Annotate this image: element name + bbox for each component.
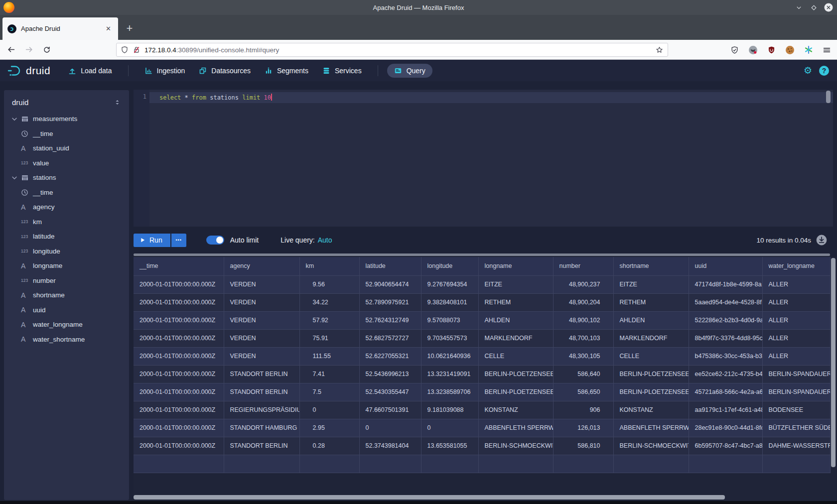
text-cursor (271, 94, 272, 101)
download-icon[interactable] (816, 235, 827, 246)
table-cell: 9.7034557573 (421, 329, 478, 347)
new-tab-button[interactable]: + (122, 21, 137, 36)
table-cell: VERDEN (224, 311, 299, 329)
sidebar-column-stations-water_longname[interactable]: Awater_longname (4, 317, 129, 332)
menu-hamburger-icon[interactable] (823, 46, 831, 54)
back-button[interactable] (4, 43, 18, 57)
table-cell: 0 (421, 419, 478, 437)
sidebar-column-measurements-__time[interactable]: __time (4, 126, 129, 141)
insecure-lock-icon[interactable] (133, 46, 140, 54)
run-more-button[interactable]: ••• (171, 234, 186, 247)
schema-selector[interactable]: druid (4, 96, 129, 112)
window-maximize-button[interactable] (809, 3, 818, 12)
column-header-number[interactable]: number (553, 257, 613, 275)
sidebar-column-measurements-value[interactable]: 123value (4, 156, 129, 171)
column-header-latitude[interactable]: latitude (359, 257, 421, 275)
extension-mask-icon[interactable] (748, 45, 758, 55)
reload-button[interactable] (40, 43, 54, 57)
table-cell: MARKLENDORF (478, 329, 553, 347)
extension-shield-icon[interactable] (730, 46, 739, 54)
tab-close-icon[interactable]: ✕ (104, 24, 113, 33)
druid-nav: Load dataIngestionDatasourcesSegmentsSer… (61, 60, 432, 81)
run-button[interactable]: Run (134, 234, 170, 247)
table-cell: 522286e2-b2b3-4d0d-9a (689, 311, 762, 329)
forward-button[interactable] (22, 43, 36, 57)
sidebar-column-stations-longname[interactable]: Alongname (4, 258, 129, 273)
nav-item-segments[interactable]: Segments (258, 64, 315, 78)
sidebar-column-stations-number[interactable]: 123number (4, 273, 129, 288)
column-header-km[interactable]: km (299, 257, 359, 275)
nav-item-query[interactable]: Query (387, 64, 432, 78)
extension-asterisk-icon[interactable] (804, 45, 813, 54)
column-header-longitude[interactable]: longitude (421, 257, 478, 275)
nav-item-datasources[interactable]: Datasources (192, 64, 258, 78)
window-close-button[interactable] (824, 3, 833, 12)
chevron-down-icon[interactable] (11, 116, 21, 123)
nav-item-services[interactable]: Services (315, 64, 369, 78)
sidebar-table-measurements[interactable]: measurements (4, 112, 129, 126)
table-cell: EITZE (478, 275, 553, 293)
column-name-label: longitude (33, 248, 60, 255)
query-icon (394, 67, 402, 75)
nav-item-load-data[interactable]: Load data (61, 64, 119, 78)
vertical-scrollbar[interactable] (830, 257, 836, 493)
table-row: 2000-01-01T00:00:00.000ZSTANDORT HAMBURG… (134, 419, 830, 437)
sidebar-column-stations-water_shortname[interactable]: Awater_shortname (4, 332, 129, 347)
sidebar-column-stations-shortname[interactable]: Ashortname (4, 288, 129, 303)
window-titlebar[interactable]: Apache Druid — Mozilla Firefox (0, 0, 837, 15)
settings-gear-icon[interactable]: ⚙ (804, 65, 812, 76)
extension-ublock-icon[interactable] (767, 46, 776, 54)
live-query-value[interactable]: Auto (318, 236, 332, 244)
horizontal-scrollbar[interactable] (134, 495, 830, 500)
table-cell: b475386c-30cc-453a-b3 (689, 347, 762, 365)
table-cell: 47174d8f-1b8e-4599-8a (689, 275, 762, 293)
table-cell: 57.92 (299, 311, 359, 329)
column-name-label: water_shortname (33, 336, 85, 343)
sidebar-column-stations-latitude[interactable]: 123latitude (4, 229, 129, 244)
chevron-down-icon[interactable] (11, 174, 21, 181)
column-header-longname[interactable]: longname (478, 257, 553, 275)
nav-item-ingestion[interactable]: Ingestion (138, 64, 192, 78)
sidebar-column-stations-km[interactable]: 123km (4, 215, 129, 230)
browser-toolbar: 172.18.0.4:30899/unified-console.html#qu… (0, 40, 837, 60)
query-editor[interactable]: 1 select * from stations limit 10 (134, 90, 833, 227)
sql-token-keyword: select (159, 94, 181, 101)
sidebar-column-stations-__time[interactable]: __time (4, 185, 129, 200)
sidebar-column-measurements-station_uuid[interactable]: Astation_uuid (4, 141, 129, 156)
druid-logo[interactable]: druid (7, 64, 50, 77)
panel-splitter[interactable] (134, 253, 830, 256)
table-cell: 10.0621640936 (421, 347, 478, 365)
sidebar-column-stations-agency[interactable]: Aagency (4, 200, 129, 215)
column-header-uuid[interactable]: uuid (689, 257, 762, 275)
horizontal-scrollbar-thumb[interactable] (134, 495, 725, 500)
extension-cookie-icon[interactable] (785, 45, 795, 55)
number-type-icon: 123 (21, 278, 33, 283)
help-icon[interactable]: ? (819, 66, 829, 76)
editor-scrollbar[interactable] (826, 91, 831, 103)
browser-tab[interactable]: ɔ Apache Druid ✕ (2, 17, 118, 40)
table-cell: 48,900,102 (553, 311, 613, 329)
sidebar-column-stations-uuid[interactable]: Auuid (4, 303, 129, 318)
url-bar[interactable]: 172.18.0.4:30899/unified-console.html#qu… (116, 43, 668, 57)
table-cell: RETHEM (478, 293, 553, 311)
schema-sidebar: druid measurements__timeAstation_uuid123… (4, 90, 129, 500)
column-header-__time[interactable]: __time (134, 257, 224, 275)
table-cell: 48,900,237 (553, 275, 613, 293)
column-header-shortname[interactable]: shortname (613, 257, 689, 275)
string-type-icon: A (21, 262, 33, 270)
shield-icon[interactable] (121, 46, 129, 54)
table-name-label: measurements (33, 115, 77, 123)
table-cell: BODENSEE (762, 401, 830, 419)
table-cell: 906 (553, 401, 613, 419)
window-minimize-button[interactable] (794, 3, 803, 12)
table-cell: 52.6827572727 (359, 329, 421, 347)
vertical-scrollbar-thumb[interactable] (831, 258, 836, 467)
column-header-water_longname[interactable]: water_longname (762, 257, 830, 275)
bookmark-star-icon[interactable] (655, 46, 664, 54)
table-cell: 9.56 (299, 275, 359, 293)
column-header-agency[interactable]: agency (224, 257, 299, 275)
auto-limit-toggle[interactable] (206, 236, 224, 245)
sidebar-table-stations[interactable]: stations (4, 170, 129, 185)
table-cell: CELLE (478, 347, 553, 365)
sidebar-column-stations-longitude[interactable]: 123longitude (4, 244, 129, 259)
